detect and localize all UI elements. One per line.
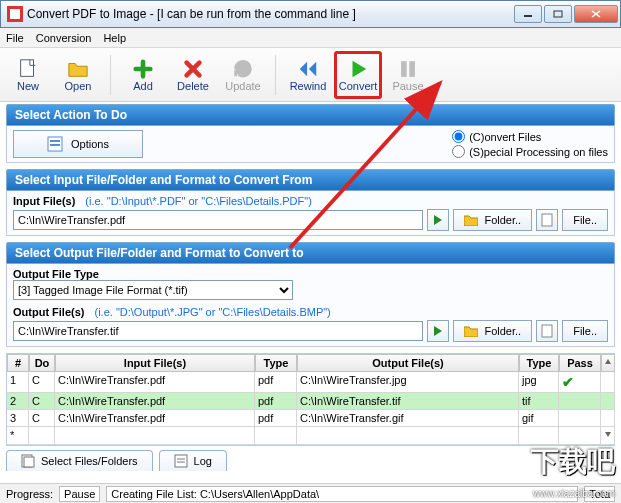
- bottom-tabs: Select Files/Folders Log: [0, 446, 621, 471]
- output-browse-play[interactable]: [427, 320, 449, 342]
- open-label: Open: [65, 80, 92, 92]
- input-panel: Input File(s) (i.e. "D:\Input\*.PDF" or …: [6, 191, 615, 236]
- radio-special-input[interactable]: [452, 145, 465, 158]
- input-file-button[interactable]: File..: [562, 209, 608, 231]
- col-output[interactable]: Output File(s): [297, 354, 519, 372]
- menu-help[interactable]: Help: [103, 32, 126, 44]
- add-label: Add: [133, 80, 153, 92]
- svg-rect-16: [175, 455, 187, 467]
- cell-pass: ✔: [559, 372, 601, 393]
- cell-num: 2: [7, 393, 29, 410]
- status-creating: Creating File List: C:\Users\Allen\AppDa…: [106, 486, 578, 502]
- new-button[interactable]: New: [4, 51, 52, 99]
- col-type2[interactable]: Type: [519, 354, 559, 372]
- menu-file[interactable]: File: [6, 32, 24, 44]
- output-type-select[interactable]: [3] Tagged Image File Format (*.tif): [13, 280, 293, 300]
- scrollbar[interactable]: [601, 393, 615, 410]
- table-row[interactable]: 2 C C:\In\WireTransfer.pdf pdf C:\In\Wir…: [7, 393, 614, 410]
- toolbar: New Open Add Delete Update Rewind Conver…: [0, 48, 621, 102]
- pause-button[interactable]: Pause: [384, 51, 432, 99]
- output-folder-button[interactable]: Folder..: [453, 320, 532, 342]
- radio-special[interactable]: (S)pecial Processing on files: [452, 145, 608, 158]
- radio-convert-files[interactable]: (C)onvert Files: [452, 130, 608, 143]
- svg-rect-10: [50, 140, 60, 142]
- update-button[interactable]: Update: [219, 51, 267, 99]
- input-path-field[interactable]: [13, 210, 423, 230]
- cell-num: 1: [7, 372, 29, 393]
- close-button[interactable]: [574, 5, 618, 23]
- output-file-icon-button[interactable]: [536, 320, 558, 342]
- col-num[interactable]: #: [7, 354, 29, 372]
- output-files-label: Output File(s): [13, 306, 85, 318]
- svg-rect-11: [50, 144, 60, 146]
- radio-convert-input[interactable]: [452, 130, 465, 143]
- files-icon: [21, 454, 35, 468]
- output-folder-label: Folder..: [484, 325, 521, 337]
- scrollbar[interactable]: [601, 410, 615, 427]
- input-hint: (i.e. "D:\Input\*.PDF" or "C:\Files\Deta…: [85, 195, 312, 207]
- input-file-icon-button[interactable]: [536, 209, 558, 231]
- table-row[interactable]: 1 C C:\In\WireTransfer.pdf pdf C:\In\Wir…: [7, 372, 614, 393]
- rewind-button[interactable]: Rewind: [284, 51, 332, 99]
- output-type-label: Output File Type: [13, 268, 608, 280]
- tab-log-label: Log: [194, 455, 212, 467]
- table-row[interactable]: 3 C C:\In\WireTransfer.pdf pdf C:\In\Wir…: [7, 410, 614, 427]
- delete-button[interactable]: Delete: [169, 51, 217, 99]
- delete-label: Delete: [177, 80, 209, 92]
- scrollbar[interactable]: [601, 372, 615, 393]
- scroll-up[interactable]: [601, 354, 615, 372]
- minimize-button[interactable]: [514, 5, 542, 23]
- tab-log[interactable]: Log: [159, 450, 227, 471]
- new-label: New: [17, 80, 39, 92]
- cell-do: C: [29, 410, 55, 427]
- titlebar: Convert PDF to Image - [I can be run fro…: [0, 0, 621, 28]
- cell-type2: tif: [519, 393, 559, 410]
- status-progress-label: Progress:: [6, 488, 53, 500]
- input-file-label: File..: [573, 214, 597, 226]
- delete-icon: [182, 58, 204, 80]
- update-label: Update: [225, 80, 260, 92]
- col-pass[interactable]: Pass: [559, 354, 601, 372]
- open-button[interactable]: Open: [54, 51, 102, 99]
- input-header: Select Input File/Folder and Format to C…: [6, 169, 615, 191]
- svg-rect-7: [402, 61, 407, 76]
- cell-do: C: [29, 393, 55, 410]
- svg-rect-8: [410, 61, 415, 76]
- tab-select-files[interactable]: Select Files/Folders: [6, 450, 153, 471]
- play-icon: [347, 58, 369, 80]
- col-type1[interactable]: Type: [255, 354, 297, 372]
- window-title: Convert PDF to Image - [I can be run fro…: [27, 7, 514, 21]
- menu-conversion[interactable]: Conversion: [36, 32, 92, 44]
- input-browse-play[interactable]: [427, 209, 449, 231]
- col-input[interactable]: Input File(s): [55, 354, 255, 372]
- output-path-field[interactable]: [13, 321, 423, 341]
- rewind-label: Rewind: [290, 80, 327, 92]
- options-label: Options: [71, 138, 109, 150]
- options-button[interactable]: Options: [13, 130, 143, 158]
- output-panel: Output File Type [3] Tagged Image File F…: [6, 264, 615, 347]
- convert-button[interactable]: Convert: [334, 51, 382, 99]
- toolbar-separator: [275, 55, 276, 95]
- col-do[interactable]: Do: [29, 354, 55, 372]
- update-icon: [232, 58, 254, 80]
- file-icon: [541, 213, 553, 227]
- file-icon: [541, 324, 553, 338]
- watermark-url: www.xiazaiba.com: [533, 488, 615, 499]
- output-file-label: File..: [573, 325, 597, 337]
- convert-label: Convert: [339, 80, 378, 92]
- maximize-button[interactable]: [544, 5, 572, 23]
- input-folder-label: Folder..: [484, 214, 521, 226]
- input-folder-button[interactable]: Folder..: [453, 209, 532, 231]
- svg-rect-3: [554, 11, 562, 17]
- input-files-label: Input File(s): [13, 195, 75, 207]
- cell-type2: jpg: [519, 372, 559, 393]
- cell-input: C:\In\WireTransfer.pdf: [55, 372, 255, 393]
- action-header: Select Action To Do: [6, 104, 615, 126]
- action-panel: (C)onvert Files Options (S)pecial Proces…: [6, 126, 615, 163]
- add-button[interactable]: Add: [119, 51, 167, 99]
- svg-rect-12: [542, 214, 552, 226]
- table-row[interactable]: *: [7, 427, 614, 445]
- cell-input: C:\In\WireTransfer.pdf: [55, 393, 255, 410]
- output-file-button[interactable]: File..: [562, 320, 608, 342]
- watermark-text: 下载吧: [531, 443, 615, 481]
